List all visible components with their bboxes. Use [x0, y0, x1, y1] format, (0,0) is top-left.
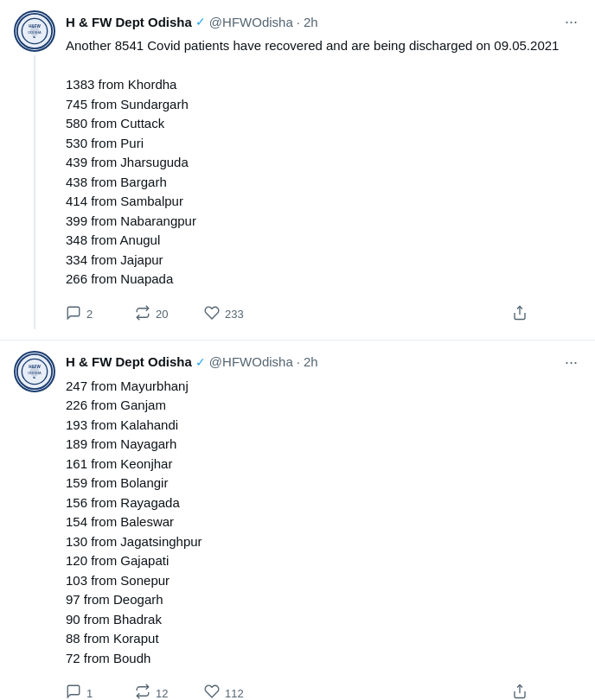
reply-button-1[interactable]: 2	[66, 300, 135, 329]
svg-text:☯: ☯	[33, 376, 36, 379]
avatar[interactable]: H&FW ODISHA ☯	[14, 10, 55, 52]
reply-icon-1	[66, 305, 81, 324]
share-button-2[interactable]	[512, 678, 581, 700]
tweet-1-actions: 2 20 233	[66, 300, 581, 329]
retweet-count-1: 20	[156, 308, 168, 321]
retweet-icon-2	[135, 684, 150, 700]
like-button-2[interactable]: 112	[204, 678, 273, 700]
share-icon-2	[512, 684, 528, 700]
retweet-icon-1	[135, 305, 150, 324]
dot-sep-2: ·	[297, 354, 300, 369]
tweet-2-meta: H & FW Dept Odisha ✓ @HFWOdisha · 2h	[66, 354, 318, 369]
avatar-2[interactable]: H&FW ODISHA ☯	[14, 351, 55, 392]
retweet-button-1[interactable]: 20	[135, 300, 204, 329]
more-options-2[interactable]: ···	[561, 351, 581, 373]
display-name-2[interactable]: H & FW Dept Odisha	[66, 354, 192, 369]
retweet-button-2[interactable]: 12	[135, 678, 204, 700]
like-icon-1	[204, 305, 220, 324]
verified-icon-1: ✓	[195, 15, 206, 29]
reply-count-1: 2	[86, 308, 93, 321]
verified-icon-2: ✓	[195, 355, 206, 369]
tweet-1-header: H & FW Dept Odisha ✓ @HFWOdisha · 2h ···	[66, 10, 581, 33]
display-name-1[interactable]: H & FW Dept Odisha	[66, 15, 192, 29]
retweet-count-2: 12	[156, 687, 168, 700]
svg-text:☯: ☯	[33, 35, 36, 39]
share-button-1[interactable]	[512, 300, 581, 329]
like-button-1[interactable]: 233	[204, 300, 273, 329]
tweet-2-left-col: H&FW ODISHA ☯	[14, 351, 55, 701]
tweet-2-content: H & FW Dept Odisha ✓ @HFWOdisha · 2h ···…	[66, 351, 581, 701]
svg-point-4	[30, 27, 40, 36]
time-1: 2h	[304, 15, 318, 29]
username-1[interactable]: @HFWOdisha	[209, 15, 293, 29]
tweet-1-meta: H & FW Dept Odisha ✓ @HFWOdisha · 2h	[66, 15, 318, 29]
share-icon-1	[512, 305, 528, 324]
tweet-1-left-col: H&FW ODISHA ☯	[14, 10, 55, 329]
reply-icon-2	[66, 684, 81, 700]
dot-sep-1: ·	[297, 15, 300, 29]
reply-button-2[interactable]: 1	[66, 678, 135, 700]
svg-point-11	[30, 366, 40, 376]
username-2[interactable]: @HFWOdisha	[209, 354, 293, 369]
tweet-2: H&FW ODISHA ☯ H & FW Dept Odisha ✓ @HFWO…	[0, 340, 595, 701]
tweet-1-content: H & FW Dept Odisha ✓ @HFWOdisha · 2h ···…	[66, 10, 581, 329]
tweet-2-text: 247 from Mayurbhanj 226 from Ganjam 193 …	[66, 377, 581, 669]
tweet-2-header: H & FW Dept Odisha ✓ @HFWOdisha · 2h ···	[66, 351, 581, 373]
more-options-1[interactable]: ···	[561, 10, 581, 33]
thread-line-1	[34, 55, 35, 329]
like-count-2: 112	[225, 687, 244, 700]
tweet-2-actions: 1 12 112	[66, 678, 581, 700]
tweet-1: H&FW ODISHA ☯ H & FW Dept Odisha ✓ @HFWO…	[0, 0, 595, 340]
like-icon-2	[204, 684, 220, 700]
tweet-1-text: Another 8541 Covid patients have recover…	[66, 36, 581, 290]
reply-count-2: 1	[86, 687, 93, 700]
time-2: 2h	[304, 354, 318, 369]
like-count-1: 233	[225, 308, 244, 321]
